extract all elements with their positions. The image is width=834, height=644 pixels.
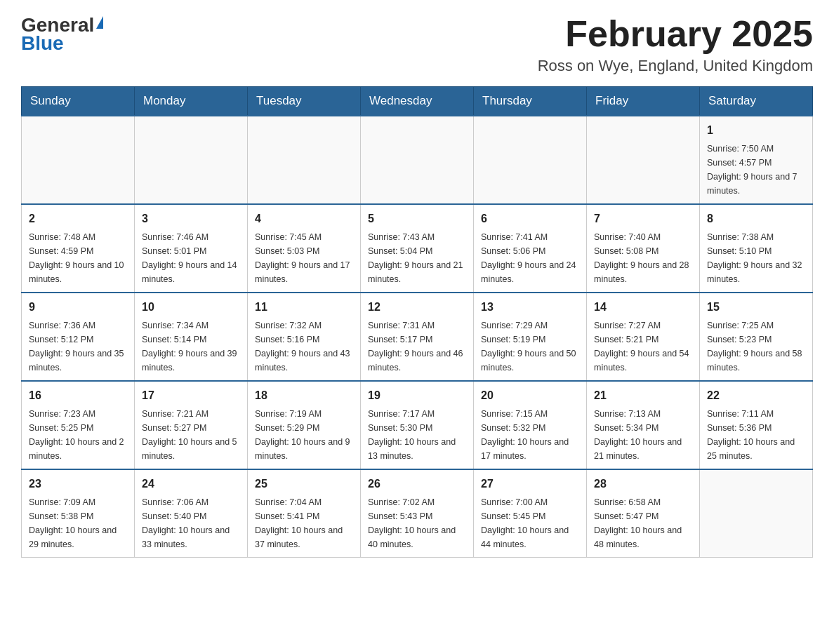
calendar-table: Sunday Monday Tuesday Wednesday Thursday… [21, 86, 813, 558]
calendar-cell: 17Sunrise: 7:21 AM Sunset: 5:27 PM Dayli… [135, 381, 248, 469]
calendar-cell [22, 116, 135, 204]
calendar-cell [135, 116, 248, 204]
day-info: Sunrise: 7:45 AM Sunset: 5:03 PM Dayligh… [255, 230, 353, 286]
day-info: Sunrise: 7:09 AM Sunset: 5:38 PM Dayligh… [29, 495, 127, 551]
calendar-cell: 1Sunrise: 7:50 AM Sunset: 4:57 PM Daylig… [700, 116, 813, 204]
day-info: Sunrise: 7:40 AM Sunset: 5:08 PM Dayligh… [594, 230, 692, 286]
calendar-cell: 27Sunrise: 7:00 AM Sunset: 5:45 PM Dayli… [474, 469, 587, 558]
calendar-cell: 16Sunrise: 7:23 AM Sunset: 5:25 PM Dayli… [22, 381, 135, 469]
calendar-cell [361, 116, 474, 204]
day-number: 13 [481, 299, 579, 316]
day-number: 2 [29, 210, 127, 227]
logo-blue-text: Blue [21, 32, 64, 55]
calendar-cell: 8Sunrise: 7:38 AM Sunset: 5:10 PM Daylig… [700, 204, 813, 293]
calendar-week-3: 9Sunrise: 7:36 AM Sunset: 5:12 PM Daylig… [22, 293, 813, 381]
day-number: 26 [368, 476, 466, 492]
day-number: 17 [142, 387, 240, 404]
day-number: 6 [481, 210, 579, 227]
day-info: Sunrise: 7:34 AM Sunset: 5:14 PM Dayligh… [142, 318, 240, 375]
day-number: 25 [255, 476, 353, 492]
day-info: Sunrise: 7:31 AM Sunset: 5:17 PM Dayligh… [368, 318, 466, 375]
day-info: Sunrise: 7:48 AM Sunset: 4:59 PM Dayligh… [29, 230, 127, 286]
day-number: 24 [142, 476, 240, 492]
day-info: Sunrise: 7:27 AM Sunset: 5:21 PM Dayligh… [594, 318, 692, 375]
calendar-week-5: 23Sunrise: 7:09 AM Sunset: 5:38 PM Dayli… [22, 469, 813, 558]
day-number: 20 [481, 387, 579, 404]
calendar-body: 1Sunrise: 7:50 AM Sunset: 4:57 PM Daylig… [22, 116, 813, 558]
day-info: Sunrise: 7:23 AM Sunset: 5:25 PM Dayligh… [29, 407, 127, 463]
page-header: General Blue February 2025 Ross on Wye, … [21, 14, 813, 75]
day-number: 5 [368, 210, 466, 227]
day-number: 15 [707, 299, 805, 316]
calendar-cell: 25Sunrise: 7:04 AM Sunset: 5:41 PM Dayli… [248, 469, 361, 558]
day-info: Sunrise: 7:38 AM Sunset: 5:10 PM Dayligh… [707, 230, 805, 286]
day-number: 1 [707, 122, 805, 139]
calendar-cell: 24Sunrise: 7:06 AM Sunset: 5:40 PM Dayli… [135, 469, 248, 558]
calendar-week-1: 1Sunrise: 7:50 AM Sunset: 4:57 PM Daylig… [22, 116, 813, 204]
day-info: Sunrise: 7:04 AM Sunset: 5:41 PM Dayligh… [255, 495, 353, 551]
calendar-subtitle: Ross on Wye, England, United Kingdom [538, 57, 813, 75]
calendar-cell: 21Sunrise: 7:13 AM Sunset: 5:34 PM Dayli… [587, 381, 700, 469]
calendar-week-4: 16Sunrise: 7:23 AM Sunset: 5:25 PM Dayli… [22, 381, 813, 469]
day-number: 28 [594, 476, 692, 492]
day-info: Sunrise: 7:43 AM Sunset: 5:04 PM Dayligh… [368, 230, 466, 286]
day-info: Sunrise: 7:21 AM Sunset: 5:27 PM Dayligh… [142, 407, 240, 463]
logo-triangle-icon [96, 16, 103, 29]
day-number: 7 [594, 210, 692, 227]
day-number: 22 [707, 387, 805, 404]
calendar-cell: 11Sunrise: 7:32 AM Sunset: 5:16 PM Dayli… [248, 293, 361, 381]
calendar-cell [587, 116, 700, 204]
day-number: 3 [142, 210, 240, 227]
calendar-cell: 19Sunrise: 7:17 AM Sunset: 5:30 PM Dayli… [361, 381, 474, 469]
day-info: Sunrise: 7:41 AM Sunset: 5:06 PM Dayligh… [481, 230, 579, 286]
day-info: Sunrise: 7:00 AM Sunset: 5:45 PM Dayligh… [481, 495, 579, 551]
day-info: Sunrise: 7:02 AM Sunset: 5:43 PM Dayligh… [368, 495, 466, 551]
day-number: 23 [29, 476, 127, 492]
day-info: Sunrise: 7:11 AM Sunset: 5:36 PM Dayligh… [707, 407, 805, 463]
calendar-cell: 13Sunrise: 7:29 AM Sunset: 5:19 PM Dayli… [474, 293, 587, 381]
day-number: 11 [255, 299, 353, 316]
calendar-cell: 6Sunrise: 7:41 AM Sunset: 5:06 PM Daylig… [474, 204, 587, 293]
day-info: Sunrise: 7:19 AM Sunset: 5:29 PM Dayligh… [255, 407, 353, 463]
col-sunday: Sunday [22, 87, 135, 116]
col-saturday: Saturday [700, 87, 813, 116]
calendar-cell [474, 116, 587, 204]
calendar-cell [700, 469, 813, 558]
calendar-cell: 23Sunrise: 7:09 AM Sunset: 5:38 PM Dayli… [22, 469, 135, 558]
col-thursday: Thursday [474, 87, 587, 116]
day-number: 10 [142, 299, 240, 316]
calendar-week-2: 2Sunrise: 7:48 AM Sunset: 4:59 PM Daylig… [22, 204, 813, 293]
day-number: 8 [707, 210, 805, 227]
calendar-cell [248, 116, 361, 204]
calendar-cell: 3Sunrise: 7:46 AM Sunset: 5:01 PM Daylig… [135, 204, 248, 293]
day-info: Sunrise: 6:58 AM Sunset: 5:47 PM Dayligh… [594, 495, 692, 551]
day-info: Sunrise: 7:06 AM Sunset: 5:40 PM Dayligh… [142, 495, 240, 551]
calendar-title: February 2025 [538, 14, 813, 54]
day-info: Sunrise: 7:17 AM Sunset: 5:30 PM Dayligh… [368, 407, 466, 463]
day-info: Sunrise: 7:46 AM Sunset: 5:01 PM Dayligh… [142, 230, 240, 286]
day-info: Sunrise: 7:32 AM Sunset: 5:16 PM Dayligh… [255, 318, 353, 375]
col-friday: Friday [587, 87, 700, 116]
calendar-cell: 12Sunrise: 7:31 AM Sunset: 5:17 PM Dayli… [361, 293, 474, 381]
calendar-title-area: February 2025 Ross on Wye, England, Unit… [538, 14, 813, 75]
day-number: 9 [29, 299, 127, 316]
col-monday: Monday [135, 87, 248, 116]
day-info: Sunrise: 7:29 AM Sunset: 5:19 PM Dayligh… [481, 318, 579, 375]
day-number: 18 [255, 387, 353, 404]
day-number: 4 [255, 210, 353, 227]
day-info: Sunrise: 7:36 AM Sunset: 5:12 PM Dayligh… [29, 318, 127, 375]
calendar-cell: 15Sunrise: 7:25 AM Sunset: 5:23 PM Dayli… [700, 293, 813, 381]
calendar-cell: 7Sunrise: 7:40 AM Sunset: 5:08 PM Daylig… [587, 204, 700, 293]
calendar-cell: 14Sunrise: 7:27 AM Sunset: 5:21 PM Dayli… [587, 293, 700, 381]
day-number: 19 [368, 387, 466, 404]
calendar-cell: 2Sunrise: 7:48 AM Sunset: 4:59 PM Daylig… [22, 204, 135, 293]
day-number: 12 [368, 299, 466, 316]
calendar-cell: 10Sunrise: 7:34 AM Sunset: 5:14 PM Dayli… [135, 293, 248, 381]
calendar-cell: 22Sunrise: 7:11 AM Sunset: 5:36 PM Dayli… [700, 381, 813, 469]
day-number: 27 [481, 476, 579, 492]
calendar-cell: 9Sunrise: 7:36 AM Sunset: 5:12 PM Daylig… [22, 293, 135, 381]
logo: General Blue [21, 14, 103, 55]
col-tuesday: Tuesday [248, 87, 361, 116]
col-wednesday: Wednesday [361, 87, 474, 116]
day-info: Sunrise: 7:50 AM Sunset: 4:57 PM Dayligh… [707, 142, 805, 198]
